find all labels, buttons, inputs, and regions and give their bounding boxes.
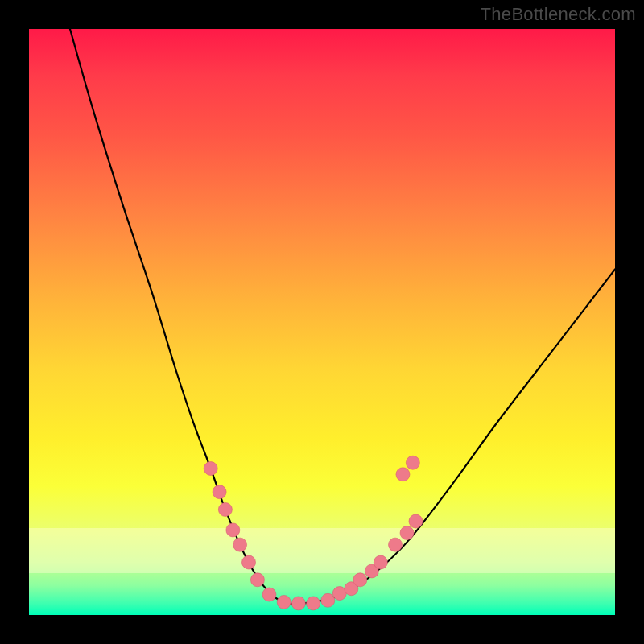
data-point xyxy=(213,485,226,499)
data-point xyxy=(374,555,387,569)
data-point xyxy=(226,523,240,537)
data-point xyxy=(218,502,232,516)
data-point xyxy=(396,468,410,481)
data-point xyxy=(277,595,291,609)
data-point xyxy=(400,526,414,540)
data-point xyxy=(353,573,367,587)
data-point xyxy=(262,588,276,601)
data-point xyxy=(406,456,419,469)
data-point xyxy=(242,555,256,569)
data-point xyxy=(204,462,217,476)
data-point xyxy=(250,573,264,587)
data-point xyxy=(291,597,305,610)
data-point xyxy=(233,538,247,551)
chart-frame: TheBottleneck.com xyxy=(0,0,644,644)
data-point xyxy=(389,538,402,551)
curve-layer xyxy=(29,29,615,615)
plot-area xyxy=(29,29,615,615)
data-point xyxy=(321,593,335,607)
watermark-text: TheBottleneck.com xyxy=(481,4,636,25)
bottleneck-curve xyxy=(70,29,615,604)
data-point xyxy=(409,514,423,528)
data-point xyxy=(307,597,320,610)
data-points xyxy=(204,456,423,610)
